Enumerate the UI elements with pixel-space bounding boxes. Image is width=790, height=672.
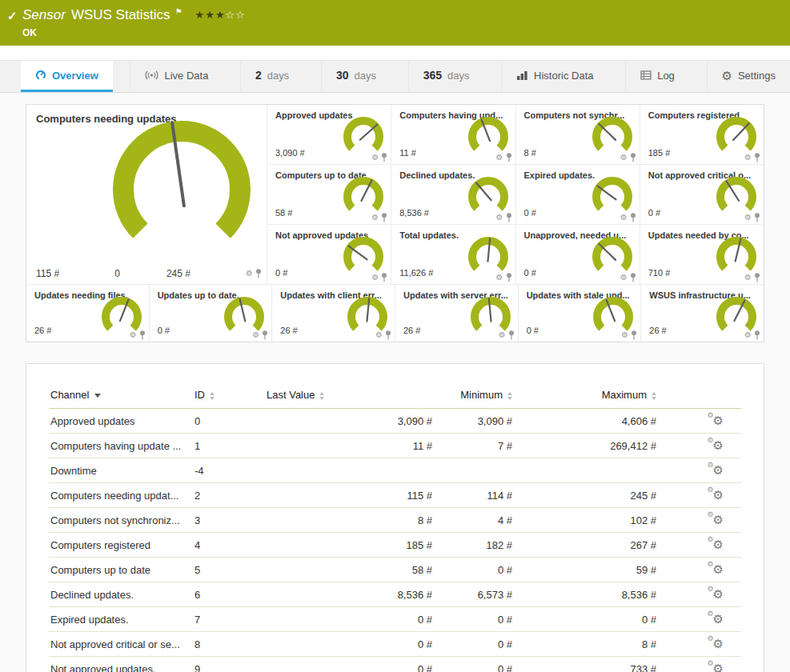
gauge-settings-gear-icon[interactable]: ⚙	[744, 214, 752, 222]
gauge-settings-gear-icon[interactable]: ⚙	[371, 154, 379, 162]
gauge-settings-gear-icon[interactable]: ⚙	[744, 274, 752, 282]
table-row[interactable]: Computers not synchroniz...38 #4 #102 #⚙	[49, 508, 741, 533]
gauge-pin-icon[interactable]	[630, 273, 636, 282]
gauge-pin-icon[interactable]	[754, 330, 760, 340]
table-row[interactable]: Expired updates.70 #0 #0 #⚙	[49, 607, 741, 632]
gauge-pin-icon[interactable]	[508, 330, 515, 340]
table-row[interactable]: Computers needing updat...2115 #114 #245…	[49, 483, 741, 508]
gauge-settings-gear-icon[interactable]: ⚙	[496, 274, 503, 282]
channel-settings-gear-icon[interactable]: ⚙	[713, 464, 724, 476]
gauge-pin-icon[interactable]	[385, 330, 391, 340]
cell-id: 1	[193, 434, 265, 458]
gauge-pin-icon[interactable]	[754, 153, 760, 162]
gauge-settings-gear-icon[interactable]: ⚙	[252, 331, 259, 339]
table-row[interactable]: Declined updates.68,536 #6,573 #8,536 #⚙	[49, 582, 741, 607]
column-header-minimum[interactable]: Minimum	[437, 382, 517, 409]
gauge-actions: ⚙	[744, 213, 760, 222]
column-header-maximum[interactable]: Maximum	[517, 382, 661, 409]
gauge-settings-gear-icon[interactable]: ⚙	[499, 331, 506, 339]
channel-settings-gear-icon[interactable]: ⚙	[713, 563, 724, 575]
gauge-settings-gear-icon[interactable]: ⚙	[744, 331, 752, 339]
cell-id: 2	[193, 483, 265, 508]
tab-day-word: days	[447, 70, 469, 82]
column-label: Last Value	[267, 389, 315, 401]
table-row[interactable]: Not approved critical or se...80 #0 #8 #…	[49, 632, 741, 657]
cell-last-value: 8,536 #	[265, 582, 437, 607]
gauge-actions: ⚙	[744, 330, 760, 340]
channel-settings-gear-icon[interactable]: ⚙	[713, 514, 724, 526]
column-header-last-value[interactable]: Last Value	[265, 382, 437, 409]
gauge-pin-icon[interactable]	[506, 153, 512, 162]
gauge-settings-gear-icon[interactable]: ⚙	[744, 154, 752, 162]
gauge-value: 8 #	[524, 148, 536, 158]
gauge-settings-gear-icon[interactable]: ⚙	[371, 274, 379, 282]
cell-channel: Not approved critical or se...	[49, 632, 193, 657]
tab-365-days[interactable]: 365 days	[408, 61, 484, 92]
column-header-id[interactable]: ID	[193, 382, 265, 409]
cell-last-value	[265, 458, 437, 483]
gauge-pin-icon[interactable]	[255, 269, 262, 278]
cell-actions: ⚙	[661, 409, 741, 434]
cell-last-value: 0 #	[265, 607, 437, 632]
channel-settings-gear-icon[interactable]: ⚙	[713, 588, 724, 600]
main-gauge-dial	[113, 121, 251, 262]
cell-actions: ⚙	[661, 434, 741, 458]
tab-overview[interactable]: Overview	[21, 61, 113, 92]
table-row[interactable]: Not approved updates.90 #0 #733 #⚙	[49, 657, 741, 672]
gauge-pin-icon[interactable]	[381, 213, 387, 222]
tab-live-data[interactable]: Live Data	[130, 61, 223, 92]
channel-settings-gear-icon[interactable]: ⚙	[713, 638, 724, 650]
gauge-settings-gear-icon[interactable]: ⚙	[375, 331, 383, 339]
gauge-settings-gear-icon[interactable]: ⚙	[621, 331, 628, 339]
gauge-pin-icon[interactable]	[754, 273, 760, 282]
table-row[interactable]: Downtime-4⚙	[49, 458, 741, 483]
gauge-settings-gear-icon[interactable]: ⚙	[620, 274, 628, 282]
column-header-channel[interactable]: Channel	[49, 382, 193, 409]
table-row[interactable]: Computers up to date558 #0 #59 #⚙	[49, 558, 741, 582]
gauge-pin-icon[interactable]	[381, 153, 387, 162]
table-row[interactable]: Computers registered4185 #182 #267 #⚙	[49, 533, 741, 558]
sort-icon	[652, 392, 656, 400]
gauges-panel: Computers needing updates 115 # 0 245 # …	[26, 104, 764, 342]
cell-id: 9	[193, 657, 265, 672]
tab-30-days[interactable]: 30 days	[321, 61, 391, 92]
channel-settings-gear-icon[interactable]: ⚙	[713, 414, 724, 426]
gauge-pin-icon[interactable]	[631, 330, 637, 340]
cell-channel: Computers having update ...	[49, 434, 193, 458]
cell-last-value: 0 #	[265, 657, 437, 672]
gauge-settings-gear-icon[interactable]: ⚙	[246, 270, 253, 278]
gauge-pin-icon[interactable]	[262, 330, 268, 340]
priority-flag-icon[interactable]: ⚑	[175, 7, 182, 17]
tab-settings[interactable]: ⚙ Settings	[707, 61, 790, 92]
gauge-pin-icon[interactable]	[630, 153, 636, 162]
gauge-pin-icon[interactable]	[754, 213, 760, 222]
gauge-value: 11 #	[399, 148, 416, 158]
gauge-settings-gear-icon[interactable]: ⚙	[620, 214, 628, 222]
gauge-value: 0 #	[158, 326, 170, 335]
gauge-settings-gear-icon[interactable]: ⚙	[496, 214, 503, 222]
gauge-pin-icon[interactable]	[506, 273, 512, 282]
rating-stars[interactable]: ★★★☆☆	[195, 9, 246, 22]
gauge-settings-gear-icon[interactable]: ⚙	[620, 154, 628, 162]
gauge-settings-gear-icon[interactable]: ⚙	[371, 214, 379, 222]
channel-settings-gear-icon[interactable]: ⚙	[713, 439, 724, 451]
table-row[interactable]: Approved updates03,090 #3,090 #4,606 #⚙	[49, 409, 741, 434]
channel-settings-gear-icon[interactable]: ⚙	[713, 489, 724, 501]
table-row[interactable]: Computers having update ...111 #7 #269,4…	[49, 434, 741, 458]
gauge-settings-gear-icon[interactable]: ⚙	[496, 154, 503, 162]
gauge-pin-icon[interactable]	[381, 273, 387, 282]
gauge-actions: ⚙	[371, 273, 387, 282]
gauge-pin-icon[interactable]	[630, 213, 636, 222]
channel-settings-gear-icon[interactable]: ⚙	[713, 662, 724, 672]
cell-id: 5	[193, 558, 265, 582]
channel-settings-gear-icon[interactable]: ⚙	[713, 613, 724, 625]
tab-log[interactable]: Log	[625, 61, 689, 92]
channel-settings-gear-icon[interactable]: ⚙	[713, 538, 724, 550]
gauge-settings-gear-icon[interactable]: ⚙	[130, 331, 137, 339]
gauge-pin-icon[interactable]	[506, 213, 512, 222]
gauge-pin-icon[interactable]	[139, 330, 146, 340]
tab-historic-data[interactable]: Historic Data	[501, 61, 608, 92]
sensor-title: WSUS Statistics	[71, 7, 170, 23]
gauge-cell: Computers up to date58 #⚙	[267, 165, 391, 224]
tab-2-days[interactable]: 2 days	[240, 61, 303, 92]
